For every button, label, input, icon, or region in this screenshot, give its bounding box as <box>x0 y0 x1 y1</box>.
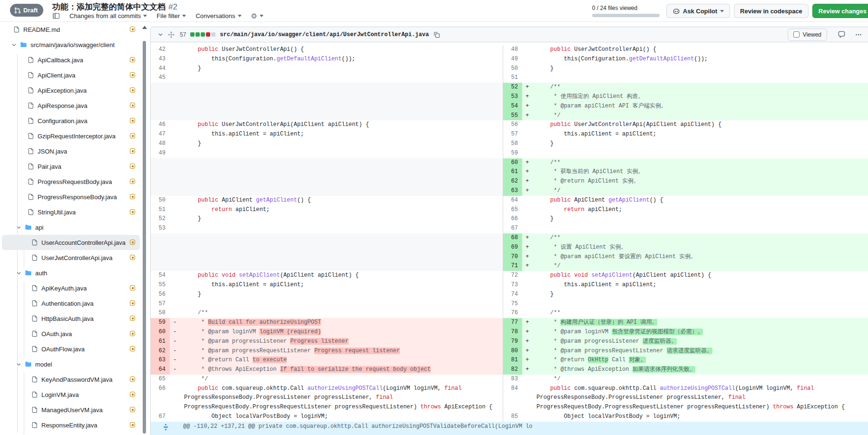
ask-copilot-button[interactable]: Ask Copilot <box>666 4 730 18</box>
tree-item-auth[interactable]: auth <box>2 265 140 280</box>
line-number[interactable]: 64 <box>151 365 170 375</box>
tree-item-userjwtcontrollerapi-java[interactable]: UserJwtControllerApi.java <box>2 250 140 265</box>
line-number[interactable]: 61 <box>503 167 522 177</box>
line-number[interactable]: 45 <box>151 73 170 83</box>
review-changes-button[interactable]: Review changes <box>812 4 868 18</box>
tree-item-oauth-java[interactable]: OAuth.java <box>2 326 140 341</box>
sidebar-toggle-icon[interactable] <box>52 12 60 19</box>
tree-item-model[interactable]: model <box>2 357 140 372</box>
line-number[interactable]: 85 <box>503 412 522 422</box>
line-number[interactable]: 73 <box>503 280 522 290</box>
line-number[interactable]: 79 <box>503 337 522 347</box>
line-number[interactable]: 81 <box>503 356 522 365</box>
conversations-dropdown[interactable]: Conversations <box>195 12 241 19</box>
line-number[interactable]: 62 <box>503 177 522 186</box>
line-number[interactable]: 54 <box>151 271 170 280</box>
line-number[interactable]: 64 <box>503 196 522 205</box>
line-number[interactable] <box>503 393 522 403</box>
review-in-codespace-button[interactable]: Review in codespace <box>734 4 809 18</box>
line-number[interactable]: 50 <box>151 196 170 205</box>
line-number[interactable]: 71 <box>503 261 522 271</box>
tree-item-apikeyauth-java[interactable]: ApiKeyAuth.java <box>2 280 140 296</box>
line-number[interactable]: 49 <box>503 55 522 64</box>
tree-item-loginvm-java[interactable]: LoginVM.java <box>2 387 140 402</box>
line-number[interactable]: 51 <box>151 205 170 215</box>
line-number[interactable]: 62 <box>151 347 170 356</box>
tree-item-apiexception-java[interactable]: ApiException.java <box>2 83 140 98</box>
line-number[interactable]: 59 <box>503 149 522 158</box>
line-number[interactable]: 65 <box>503 205 522 215</box>
scrollbar-up-arrow-icon[interactable] <box>142 26 147 29</box>
line-number[interactable]: 84 <box>503 384 522 394</box>
line-number[interactable]: 78 <box>503 328 522 337</box>
diff-settings-dropdown[interactable]: ⚙ <box>251 12 263 19</box>
line-number[interactable]: 82 <box>503 365 522 375</box>
tree-item-api[interactable]: api <box>2 220 140 235</box>
tree-item-httpbasicauth-java[interactable]: HttpBasicAuth.java <box>2 311 140 326</box>
line-number[interactable]: 65 <box>151 375 170 384</box>
tree-item-json-java[interactable]: JSON.java <box>2 144 140 159</box>
line-number[interactable]: 52 <box>503 83 522 92</box>
line-number[interactable]: 68 <box>503 233 522 243</box>
tree-item-gziprequestinterceptor-java[interactable]: GzipRequestInterceptor.java <box>2 128 140 144</box>
line-number[interactable]: 60 <box>503 158 522 168</box>
tree-item-keyandpasswordvm-java[interactable]: KeyAndPasswordVM.java <box>2 372 140 387</box>
line-number[interactable]: 60 <box>151 328 170 337</box>
line-number[interactable]: 61 <box>151 337 170 347</box>
expand-hunk-icon[interactable] <box>151 422 180 435</box>
line-number[interactable]: 77 <box>503 318 522 328</box>
line-number[interactable]: 55 <box>151 280 170 290</box>
tree-item-readme-md[interactable]: README.md <box>2 22 140 37</box>
tree-item-oauthflow-java[interactable]: OAuthFlow.java <box>2 341 140 357</box>
line-number[interactable]: 53 <box>151 224 170 233</box>
tree-item-authentication-java[interactable]: Authentication.java <box>2 296 140 311</box>
line-number[interactable]: 57 <box>151 300 170 309</box>
line-number[interactable]: 47 <box>151 130 170 139</box>
line-number[interactable]: 67 <box>503 224 522 233</box>
line-number[interactable] <box>151 403 170 412</box>
tree-item-apiclient-java[interactable]: ApiClient.java <box>2 68 140 83</box>
line-number[interactable]: 43 <box>151 55 170 64</box>
tree-item-configuration-java[interactable]: Configuration.java <box>2 113 140 128</box>
tree-item-progressrequestbody-java[interactable]: ProgressRequestBody.java <box>2 174 140 189</box>
viewed-toggle[interactable]: Viewed <box>788 29 827 41</box>
line-number[interactable]: 75 <box>503 300 522 309</box>
line-number[interactable]: 42 <box>151 45 170 55</box>
sidebar-scrollbar[interactable] <box>143 41 146 434</box>
line-number[interactable]: 48 <box>151 139 170 149</box>
drag-handle-icon[interactable] <box>168 31 175 38</box>
file-filter-dropdown[interactable]: File filter <box>156 12 186 19</box>
comment-icon[interactable] <box>838 31 845 38</box>
tree-item-useraccountcontrollerapi-java[interactable]: UserAccountControllerApi.java <box>2 235 140 250</box>
line-number[interactable]: 67 <box>151 412 170 422</box>
line-number[interactable]: 59 <box>151 318 170 328</box>
line-number[interactable]: 63 <box>151 356 170 365</box>
tree-item-apiresponse-java[interactable]: ApiResponse.java <box>2 98 140 113</box>
line-number[interactable]: 55 <box>503 111 522 121</box>
line-number[interactable]: 83 <box>503 375 522 384</box>
tree-item-src-main-java-io-swagger-client[interactable]: src/main/java/io/swagger/client <box>2 37 140 52</box>
line-number[interactable]: 56 <box>151 290 170 300</box>
kebab-menu-icon[interactable] <box>855 31 862 38</box>
tree-item-manageduservm-java[interactable]: ManagedUserVM.java <box>2 402 140 417</box>
line-number[interactable]: 74 <box>503 290 522 300</box>
line-number[interactable]: 48 <box>503 45 522 55</box>
tree-item-pair-java[interactable]: Pair.java <box>2 159 140 174</box>
line-number[interactable]: 44 <box>151 64 170 74</box>
line-number[interactable]: 58 <box>503 139 522 149</box>
line-number[interactable]: 54 <box>503 102 522 111</box>
collapse-file-chevron-icon[interactable] <box>157 31 164 38</box>
line-number[interactable]: 76 <box>503 309 522 318</box>
line-number[interactable]: 46 <box>151 120 170 130</box>
line-number[interactable]: 49 <box>151 149 170 158</box>
tree-item-stringutil-java[interactable]: StringUtil.java <box>2 204 140 220</box>
line-number[interactable]: 58 <box>151 309 170 318</box>
line-number[interactable] <box>503 403 522 412</box>
tree-item-apicallback-java[interactable]: ApiCallback.java <box>2 52 140 68</box>
line-number[interactable]: 51 <box>503 73 522 83</box>
tree-item-responseentity-java[interactable]: ResponseEntity.java <box>2 417 140 433</box>
tree-item-progressresponsebody-java[interactable]: ProgressResponseBody.java <box>2 189 140 204</box>
changes-from-commits-dropdown[interactable]: Changes from all commits <box>69 12 147 19</box>
line-number[interactable]: 52 <box>151 214 170 224</box>
line-number[interactable] <box>151 393 170 403</box>
